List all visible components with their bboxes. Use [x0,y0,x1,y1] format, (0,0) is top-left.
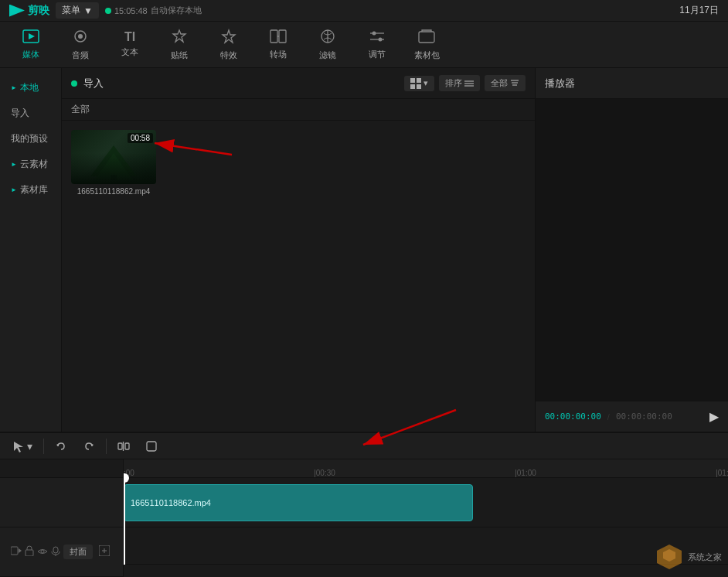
header-actions: ▾ 排序 全部 [404,75,526,91]
title-bar-date: 11月17日 [679,4,719,17]
ruler-mark-60: |01:00 [515,469,536,477]
svg-point-36 [41,550,44,553]
toolbar-item-adjust[interactable]: 调节 [354,25,400,65]
effects-icon [220,29,237,46]
toolbar-label-filter: 滤镜 [319,50,336,61]
menu-button[interactable]: 菜单 ▼ [56,2,99,19]
sidebar-item-import[interactable]: 导入 [3,102,58,125]
split-button[interactable] [113,438,134,455]
timeline-toolbar: ▾ [0,433,728,459]
toolbar-item-audio[interactable]: 音频 [57,25,104,65]
track-add-icon[interactable] [99,545,110,558]
svg-rect-32 [147,442,156,451]
track-video-icon[interactable] [11,546,22,558]
svg-rect-29 [118,443,122,449]
title-bar-left: 剪映 菜单 ▼ 15:05:48 自动保存本地 [9,2,202,19]
svg-rect-5 [279,30,286,43]
sidebar-item-cloud[interactable]: ► 云素材 [3,153,58,176]
svg-marker-24 [90,145,137,176]
svg-rect-16 [410,84,415,89]
toolbar-item-media[interactable]: 媒体 [8,25,54,65]
sticker-icon [172,29,187,46]
app-logo: 剪映 [9,4,49,18]
adjust-icon [369,29,386,46]
svg-rect-17 [417,84,421,89]
svg-rect-14 [410,78,415,83]
media-icon [22,29,39,46]
ruler-spacer [0,459,123,478]
track-content: 1665110118862.mp4 [124,478,728,565]
svg-point-12 [379,37,383,41]
ruler-mark-30: |00:30 [314,469,335,477]
grid-view-button[interactable]: ▾ [404,76,434,91]
media-thumbnail: 00:58 [71,130,156,184]
media-name: 1665110118862.mp4 [71,187,156,196]
import-dot [71,80,77,87]
toolbar-label-text: 文本 [121,46,138,58]
logo-icon [9,5,25,17]
logo-text: 剪映 [28,4,49,18]
timeline-area: ▾ [0,432,728,577]
play-button[interactable]: ▶ [709,409,719,424]
status-text: 自动保存本地 [151,5,202,16]
filter-all-label: 全部 [491,77,508,89]
cloud-arrow: ► [11,161,17,168]
track-eye-icon[interactable] [37,547,48,558]
clip-name: 1665110118862.mp4 [131,498,211,507]
toolbar-item-assets[interactable]: 素材包 [403,25,450,65]
svg-marker-34 [19,548,22,553]
video-clip[interactable]: 1665110118862.mp4 [124,484,473,521]
assets-icon [418,29,435,46]
preview-controls: 00:00:00:00 / 00:00:00:00 ▶ [536,401,728,432]
redo-button[interactable] [78,438,100,455]
sidebar-item-local[interactable]: ► 本地 [3,77,58,99]
timeline-main: 封面 |00:00 |00:30 |01:00 |01:30 [0,459,728,577]
toolbar-label-adjust: 调节 [369,49,386,60]
svg-point-11 [373,31,376,35]
transition-icon [270,29,287,46]
toolbar-item-transition[interactable]: 转场 [255,25,301,65]
sidebar-item-preset[interactable]: 我的预设 [3,128,58,150]
status-indicator: 15:05:48 自动保存本地 [105,5,202,16]
playhead[interactable] [124,478,125,565]
ruler-mark-90: |01:30 [716,469,728,477]
undo-button[interactable] [50,438,72,455]
left-sidebar: ► 本地 导入 我的预设 ► 云素材 ► 素材库 [0,68,62,432]
media-panel-title: 导入 [83,77,398,90]
sort-label: 排序 [445,77,462,89]
toolbar-label-effects: 特效 [220,50,237,61]
svg-rect-4 [270,30,277,43]
svg-marker-27 [56,443,60,446]
svg-marker-1 [29,33,35,39]
select-tool-button[interactable]: ▾ [8,438,37,455]
media-grid: 00:58 1665110118862.mp4 [71,130,526,196]
library-arrow: ► [11,186,17,193]
svg-rect-30 [125,443,129,449]
media-duration: 00:58 [128,133,153,143]
delete-button[interactable] [141,438,162,455]
svg-point-3 [78,34,83,39]
toolbar-item-filter[interactable]: 滤镜 [304,25,351,65]
media-panel: 导入 ▾ 排序 全部 全部 [62,68,535,432]
toolbar-label-media: 媒体 [22,49,39,60]
total-time-display: 00:00:00:00 [616,411,672,422]
svg-marker-25 [94,153,133,180]
toolbar-item-effects[interactable]: 特效 [206,25,252,65]
svg-rect-33 [11,547,18,555]
toolbar-item-text[interactable]: TI 文本 [107,25,153,65]
media-item[interactable]: 00:58 1665110118862.mp4 [71,130,156,196]
filter-all-button[interactable]: 全部 [485,75,526,91]
sort-button[interactable]: 排序 [439,75,480,91]
track-cover-label: 封面 [63,545,93,559]
sidebar-item-library[interactable]: ► 素材库 [3,179,58,201]
track-lock-icon[interactable] [25,545,34,558]
current-time-display: 00:00:00:00 [545,411,601,422]
main-content: ► 本地 导入 我的预设 ► 云素材 ► 素材库 导入 ▾ [0,68,728,432]
track-left-video [0,478,123,527]
svg-rect-15 [417,78,421,83]
thumbnail-tree-svg [83,142,145,180]
track-audio-icon[interactable] [51,545,60,558]
filter-label: 全部 [71,103,90,116]
toolbar-item-sticker[interactable]: 贴纸 [156,25,202,65]
track-left-bottom: 封面 [0,527,123,577]
